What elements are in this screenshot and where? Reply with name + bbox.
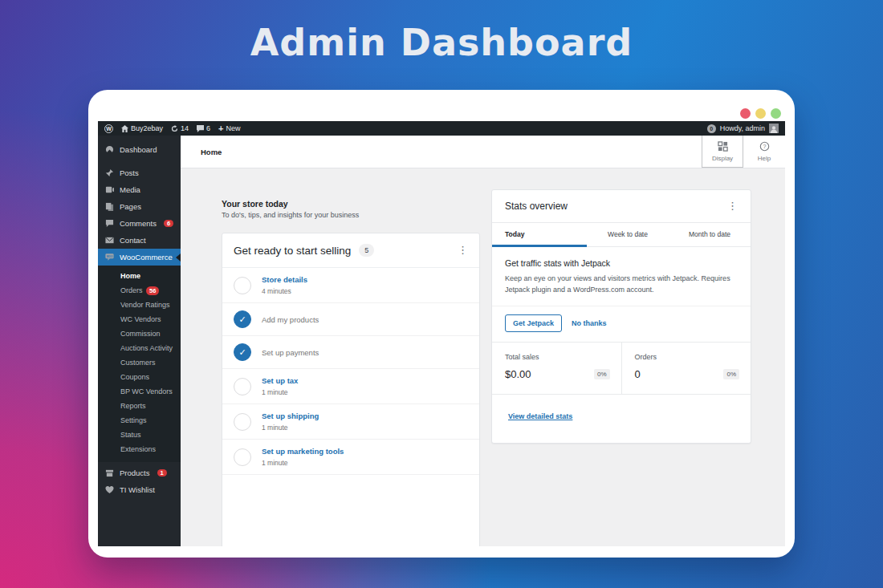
wordpress-logo-icon: W xyxy=(104,124,113,133)
sidebar-item-woocommerce[interactable]: WOO WooCommerce xyxy=(98,249,181,266)
window-maximize-button[interactable] xyxy=(771,108,781,119)
stats-tabs: Today Week to date Month to date xyxy=(492,223,751,247)
site-name-link[interactable]: Buy2ebay xyxy=(121,124,163,132)
metric-value: $0.00 xyxy=(505,368,531,380)
jetpack-description: Keep an eye on your views and visitors m… xyxy=(505,274,738,296)
checklist-count-badge: 5 xyxy=(359,244,374,257)
task-meta: 4 minutes xyxy=(262,287,307,295)
checklist-title: Get ready to start selling xyxy=(234,245,351,257)
window-controls xyxy=(740,108,781,119)
sidebar-item-contact[interactable]: Contact xyxy=(98,232,181,249)
task-set-up-tax[interactable]: Set up tax 1 minute xyxy=(222,369,479,404)
submenu-item-status[interactable]: Status xyxy=(98,428,181,442)
sidebar-item-products[interactable]: Products 1 xyxy=(98,464,181,481)
submenu-item-home[interactable]: Home xyxy=(98,269,181,283)
sidebar-label: WooCommerce xyxy=(120,253,173,262)
submenu-item-orders[interactable]: Orders 56 xyxy=(98,283,181,298)
task-checked-circle[interactable]: ✓ xyxy=(234,343,251,361)
sidebar-item-dashboard[interactable]: Dashboard xyxy=(98,141,181,158)
window-close-button[interactable] xyxy=(740,108,751,119)
task-unchecked-circle[interactable] xyxy=(234,448,251,466)
products-box-icon xyxy=(105,468,114,477)
help-question-icon: ? xyxy=(759,141,770,153)
tab-week-to-date[interactable]: Week to date xyxy=(587,223,669,246)
task-set-up-marketing-tools[interactable]: Set up marketing tools 1 minute xyxy=(222,440,479,475)
task-set-up-shipping[interactable]: Set up shipping 1 minute xyxy=(222,404,479,440)
sidebar-item-ti-wishlist[interactable]: TI Wishlist xyxy=(98,481,181,498)
sidebar-item-pages[interactable]: Pages xyxy=(98,198,181,215)
submenu-item-coupons[interactable]: Coupons xyxy=(98,370,181,384)
wordpress-menu[interactable]: W xyxy=(104,124,113,133)
task-unchecked-circle[interactable] xyxy=(234,378,251,395)
wp-admin-bar: W Buy2ebay 14 xyxy=(98,121,785,136)
tab-today[interactable]: Today xyxy=(492,223,587,246)
content-body: Your store today To do's, tips, and insi… xyxy=(181,168,785,546)
task-label: Set up payments xyxy=(262,348,319,357)
task-label: Set up tax xyxy=(262,376,298,385)
sidebar-label: Products xyxy=(120,468,150,477)
metric-total-sales[interactable]: Total sales $0.00 0% xyxy=(492,343,621,394)
no-thanks-link[interactable]: No thanks xyxy=(572,319,607,327)
stats-header: Stats overview ⋮ xyxy=(492,190,751,223)
submenu-item-vendor-ratings[interactable]: Vendor Ratings xyxy=(98,298,181,312)
submenu-item-wc-vendors[interactable]: WC Vendors xyxy=(98,312,181,326)
home-icon xyxy=(121,125,128,132)
task-label: Add my products xyxy=(262,315,319,324)
submenu-item-settings[interactable]: Settings xyxy=(98,413,181,428)
display-options-button[interactable]: Display xyxy=(702,136,743,168)
jetpack-heading: Get traffic stats with Jetpack xyxy=(505,258,738,268)
checklist-kebab-menu-icon[interactable]: ⋮ xyxy=(458,246,468,254)
checklist-header: Get ready to start selling 5 ⋮ xyxy=(222,233,479,268)
submenu-item-customers[interactable]: Customers xyxy=(98,355,181,370)
sidebar-label: Dashboard xyxy=(120,145,157,154)
pages-icon xyxy=(105,202,114,211)
task-unchecked-circle[interactable] xyxy=(234,413,251,431)
avatar[interactable] xyxy=(769,124,779,133)
store-today-subtitle: To do's, tips, and insights for your bus… xyxy=(222,211,480,219)
display-grid-icon xyxy=(718,141,728,153)
howdy-admin-link[interactable]: Howdy, admin xyxy=(720,124,765,132)
help-button[interactable]: ? Help xyxy=(743,136,785,168)
sidebar-item-posts[interactable]: Posts xyxy=(98,164,181,181)
sidebar-label: Contact xyxy=(120,236,146,245)
sidebar-label: Posts xyxy=(120,168,139,177)
updates-link[interactable]: 14 xyxy=(171,124,189,132)
envelope-icon xyxy=(105,236,114,245)
sidebar-item-comments[interactable]: Comments 6 xyxy=(98,215,181,232)
stats-overview-card: Stats overview ⋮ Today Week to date Mont… xyxy=(491,189,751,444)
task-checked-circle[interactable]: ✓ xyxy=(234,310,251,328)
task-set-up-payments[interactable]: ✓ Set up payments xyxy=(222,336,479,369)
submenu-item-extensions[interactable]: Extensions xyxy=(98,442,181,456)
new-label: New xyxy=(226,124,241,132)
window-minimize-button[interactable] xyxy=(755,108,766,119)
new-content-button[interactable]: + New xyxy=(218,124,240,133)
page-background: Admin Dashboard W Buy2ebay xyxy=(0,0,883,588)
svg-text:WOO: WOO xyxy=(107,255,113,258)
tab-month-to-date[interactable]: Month to date xyxy=(669,223,751,246)
submenu-item-commission[interactable]: Commission xyxy=(98,326,181,341)
submenu-item-reports[interactable]: Reports xyxy=(98,399,181,413)
get-jetpack-button[interactable]: Get Jetpack xyxy=(505,314,562,332)
view-detailed-stats-link[interactable]: View detailed stats xyxy=(508,412,572,420)
woocommerce-icon: WOO xyxy=(105,253,114,262)
sidebar-label: Media xyxy=(120,185,140,194)
task-store-details[interactable]: Store details 4 minutes xyxy=(222,268,479,303)
stats-kebab-menu-icon[interactable]: ⋮ xyxy=(727,202,738,210)
sidebar-label: Pages xyxy=(120,202,141,211)
stats-footer: View detailed stats xyxy=(492,394,751,443)
setup-checklist-card: Get ready to start selling 5 ⋮ Store det… xyxy=(222,233,480,546)
task-add-my-products[interactable]: ✓ Add my products xyxy=(222,303,479,336)
submenu-item-bp-wc-vendors[interactable]: BP WC Vendors xyxy=(98,384,181,399)
notification-count-badge[interactable]: 0 xyxy=(707,124,716,133)
comments-link[interactable]: 6 xyxy=(197,124,210,132)
sidebar-item-media[interactable]: Media xyxy=(98,181,181,198)
metric-orders[interactable]: Orders 0 0% xyxy=(621,343,751,394)
task-meta: 1 minute xyxy=(262,459,344,467)
submenu-item-auctions-activity[interactable]: Auctions Activity xyxy=(98,341,181,355)
sidebar-label: TI Wishlist xyxy=(120,485,155,494)
display-label: Display xyxy=(712,155,733,162)
task-label: Set up shipping xyxy=(262,412,319,420)
task-unchecked-circle[interactable] xyxy=(234,277,251,294)
task-meta: 1 minute xyxy=(262,424,319,432)
admin-sidebar: Dashboard Posts Media xyxy=(98,136,181,546)
